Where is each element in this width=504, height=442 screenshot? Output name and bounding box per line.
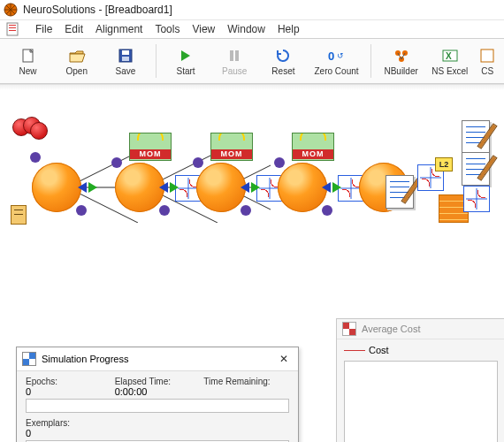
zero-count-icon: 0↺	[328, 47, 346, 65]
back-arrow-icon	[322, 182, 331, 193]
nbuilder-button[interactable]: NBuilder	[377, 41, 425, 81]
open-label: Open	[66, 66, 88, 76]
momentum-component[interactable]: MOM	[292, 133, 334, 161]
l2-badge[interactable]: L2	[435, 157, 453, 171]
new-label: New	[19, 66, 37, 76]
momentum-component[interactable]: MOM	[210, 133, 253, 161]
save-button[interactable]: Save	[101, 41, 149, 81]
new-button[interactable]: New	[4, 41, 52, 81]
start-label: Start	[177, 66, 195, 76]
simulation-progress-dialog[interactable]: Simulation Progress ✕ Epochs: 0 Elapsed …	[16, 347, 299, 442]
exemplars-value: 0	[26, 428, 111, 438]
port-icon	[322, 205, 332, 216]
neural-layer-icon[interactable]	[196, 163, 246, 212]
nbuilder-label: NBuilder	[384, 66, 417, 76]
app-icon	[4, 3, 18, 17]
port-icon	[111, 157, 122, 168]
nbuilder-icon	[393, 47, 409, 65]
elapsed-value: 0:00:00	[115, 386, 201, 397]
mom-label: MOM	[130, 149, 171, 159]
start-button[interactable]: Start	[162, 41, 210, 81]
mom-label: MOM	[211, 149, 252, 159]
start-icon	[179, 47, 192, 65]
neural-layer-icon[interactable]	[278, 163, 327, 212]
canvas-area[interactable]: MOM MOM MOM L2	[0, 84, 504, 442]
menu-tools[interactable]: Tools	[155, 23, 179, 35]
svg-rect-6	[9, 25, 16, 26]
cs-label: CS	[481, 66, 493, 76]
close-button[interactable]: ✕	[275, 353, 293, 365]
elapsed-label: Elapsed Time:	[115, 377, 201, 386]
exemplars-label: Exemplars:	[26, 418, 111, 428]
reset-label: Reset	[271, 66, 294, 76]
remaining-label: Time Remaining:	[203, 377, 289, 386]
forward-arrow-icon	[170, 182, 179, 193]
cs-icon	[480, 47, 494, 65]
legend-line-icon	[344, 350, 365, 351]
zero-count-button[interactable]: 0↺ Zero Count	[308, 41, 365, 81]
epochs-label: Epochs:	[26, 377, 111, 386]
svg-rect-13	[230, 50, 233, 61]
open-icon	[68, 47, 86, 65]
port-icon	[76, 205, 87, 216]
menu-help[interactable]: Help	[278, 23, 300, 35]
average-cost-panel[interactable]: Average Cost Cost	[336, 318, 504, 442]
reset-icon	[275, 47, 291, 65]
window-title: NeuroSolutions - [Breadboard1]	[23, 4, 172, 16]
back-arrow-icon	[241, 182, 249, 193]
save-label: Save	[116, 66, 136, 76]
forward-arrow-icon	[88, 182, 97, 193]
menu-alignment[interactable]: Alignment	[95, 23, 142, 35]
svg-rect-11	[122, 50, 129, 55]
epochs-value: 0	[26, 386, 111, 397]
chart-legend: Cost	[344, 345, 498, 355]
pause-label: Pause	[222, 66, 247, 76]
forward-arrow-icon	[251, 182, 260, 193]
svg-text:X: X	[446, 51, 452, 61]
cost-plot[interactable]	[344, 361, 498, 442]
zero-count-label: Zero Count	[315, 66, 359, 76]
menu-window[interactable]: Window	[227, 23, 265, 35]
nsexcel-button[interactable]: X NS Excel	[425, 41, 474, 81]
legend-cost-label: Cost	[369, 345, 389, 355]
reset-button[interactable]: Reset	[259, 41, 308, 81]
svg-rect-12	[122, 57, 129, 61]
pause-icon	[229, 47, 240, 65]
panel-title: Average Cost	[362, 324, 420, 334]
epochs-progressbar	[26, 399, 289, 413]
back-arrow-icon	[78, 182, 87, 193]
neural-layer-icon[interactable]	[115, 163, 164, 212]
nsexcel-icon: X	[442, 47, 458, 65]
menu-view[interactable]: View	[192, 23, 215, 35]
toolbar-separator	[370, 44, 371, 78]
panel-titlebar[interactable]: Average Cost	[337, 319, 504, 339]
breadboard[interactable]: MOM MOM MOM L2	[5, 90, 499, 240]
momentum-component[interactable]: MOM	[129, 133, 172, 161]
port-icon	[193, 157, 203, 168]
forward-arrow-icon	[332, 182, 341, 193]
pause-button[interactable]: Pause	[210, 41, 259, 81]
dialog-icon	[22, 352, 36, 366]
data-source-icon[interactable]	[12, 117, 48, 138]
port-icon	[274, 157, 285, 168]
menubar: File Edit Alignment Tools View Window He…	[0, 20, 504, 39]
svg-text:↺: ↺	[337, 51, 344, 60]
activation-icon[interactable]	[463, 186, 490, 212]
save-icon	[118, 47, 134, 65]
dialog-titlebar[interactable]: Simulation Progress ✕	[17, 347, 298, 371]
menu-file[interactable]: File	[35, 23, 52, 35]
doc-icon	[5, 22, 19, 36]
toolbar: New Open Save Start Pause Reset 0↺ Zero …	[0, 39, 504, 84]
back-arrow-icon	[159, 182, 168, 193]
dialog-title: Simulation Progress	[42, 354, 270, 364]
file-component-icon[interactable]	[11, 205, 27, 225]
svg-rect-8	[9, 30, 16, 31]
port-icon	[159, 205, 170, 216]
open-button[interactable]: Open	[52, 41, 101, 81]
menu-edit[interactable]: Edit	[65, 23, 83, 35]
titlebar: NeuroSolutions - [Breadboard1]	[0, 0, 504, 20]
new-icon	[20, 47, 36, 65]
svg-rect-14	[235, 50, 239, 61]
neural-layer-icon[interactable]	[32, 163, 81, 212]
cs-button[interactable]: CS	[474, 41, 500, 81]
